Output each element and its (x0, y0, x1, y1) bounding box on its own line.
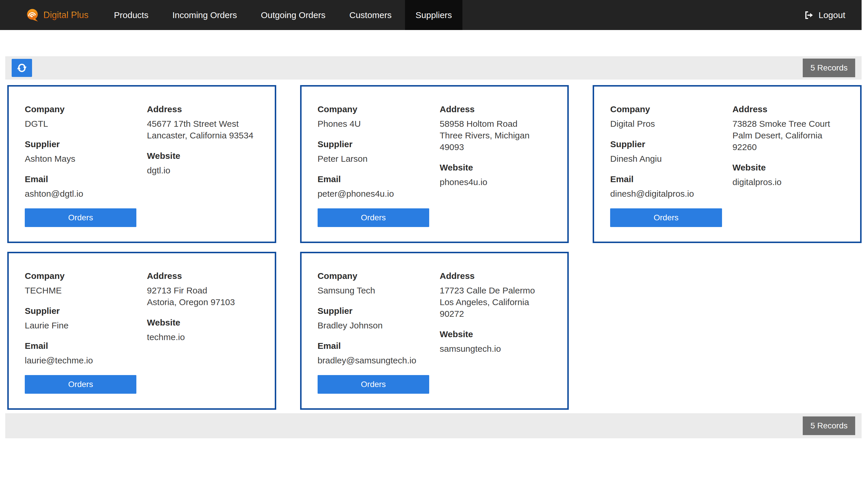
orders-button[interactable]: Orders (25, 375, 136, 394)
address-value: 45677 17th Street WestLancaster, Califor… (147, 118, 258, 141)
card-right-column: Address 73828 Smoke Tree CourtPalm Deser… (732, 104, 844, 227)
supplier-value: Ashton Mays (25, 153, 136, 165)
address-label: Address (732, 104, 844, 115)
website-label: Website (147, 150, 258, 162)
website-label: Website (732, 162, 844, 173)
orders-button[interactable]: Orders (318, 375, 429, 394)
supplier-card: Company Samsung Tech Supplier Bradley Jo… (300, 252, 569, 410)
logout-icon (804, 10, 814, 20)
address-label: Address (147, 104, 258, 115)
address-value: 92713 Fir RoadAstoria, Oregon 97103 (147, 285, 258, 308)
address-value: 17723 Calle De PalermoLos Angeles, Calif… (440, 285, 551, 320)
supplier-value: Laurie Fine (25, 320, 136, 331)
logout-label: Logout (819, 10, 845, 20)
supplier-value: Bradley Johnson (318, 320, 429, 331)
brand-name: Digital Plus (43, 10, 89, 20)
website-value: digitalpros.io (732, 176, 844, 188)
footer-bar: 5 Records (5, 413, 862, 438)
brand-logo-icon (26, 9, 40, 22)
company-label: Company (610, 104, 722, 115)
company-label: Company (25, 104, 136, 115)
nav-item-customers[interactable]: Customers (339, 0, 402, 30)
company-value: TECHME (25, 285, 136, 296)
records-badge-bottom: 5 Records (803, 416, 855, 435)
scrollbar[interactable] (862, 0, 868, 496)
company-value: DGTL (25, 118, 136, 130)
email-value: laurie@techme.io (25, 355, 136, 366)
address-line1: 17723 Calle De Palermo (440, 285, 535, 295)
nav-item-incoming-orders[interactable]: Incoming Orders (162, 0, 247, 30)
supplier-card: Company Phones 4U Supplier Peter Larson … (300, 85, 569, 243)
supplier-label: Supplier (318, 138, 429, 150)
page: Digital Plus ProductsIncoming OrdersOutg… (0, 0, 862, 438)
supplier-value: Dinesh Angiu (610, 153, 722, 165)
card-left-column: Company DGTL Supplier Ashton Mays Email … (25, 104, 136, 227)
supplier-card: Company Digital Pros Supplier Dinesh Ang… (593, 85, 862, 243)
email-label: Email (25, 340, 136, 352)
nav-item-products[interactable]: Products (104, 0, 159, 30)
address-line2: Palm Desert, California 92260 (732, 130, 822, 152)
email-value: peter@phones4u.io (318, 188, 429, 200)
supplier-grid: Company DGTL Supplier Ashton Mays Email … (7, 85, 862, 410)
company-value: Phones 4U (318, 118, 429, 130)
address-label: Address (440, 270, 551, 282)
email-label: Email (25, 173, 136, 185)
website-value: phones4u.io (440, 176, 551, 188)
address-line1: 92713 Fir Road (147, 285, 207, 295)
email-label: Email (318, 173, 429, 185)
supplier-label: Supplier (25, 138, 136, 150)
nav-item-suppliers[interactable]: Suppliers (405, 0, 462, 30)
card-right-column: Address 58958 Holtom RoadThree Rivers, M… (440, 104, 551, 227)
website-value: dgtl.io (147, 165, 258, 176)
supplier-label: Supplier (318, 305, 429, 317)
logout-button[interactable]: Logout (793, 0, 862, 30)
website-value: samsungtech.io (440, 343, 551, 355)
address-line2: Los Angeles, California 90272 (440, 297, 529, 319)
website-label: Website (440, 328, 551, 340)
refresh-icon (16, 62, 27, 74)
card-left-column: Company Phones 4U Supplier Peter Larson … (318, 104, 429, 227)
supplier-card: Company DGTL Supplier Ashton Mays Email … (7, 85, 276, 243)
website-label: Website (440, 162, 551, 173)
refresh-button[interactable] (12, 59, 32, 77)
address-line2: Three Rivers, Michigan 49093 (440, 130, 530, 152)
orders-button[interactable]: Orders (318, 208, 429, 227)
website-label: Website (147, 317, 258, 328)
email-label: Email (318, 340, 429, 352)
supplier-value: Peter Larson (318, 153, 429, 165)
nav-items: ProductsIncoming OrdersOutgoing OrdersCu… (102, 0, 464, 30)
company-label: Company (318, 104, 429, 115)
company-label: Company (318, 270, 429, 282)
card-right-column: Address 17723 Calle De PalermoLos Angele… (440, 270, 551, 394)
nav-item-outgoing-orders[interactable]: Outgoing Orders (250, 0, 336, 30)
toolbar: 5 Records (5, 56, 862, 80)
address-line1: 45677 17th Street West (147, 119, 239, 128)
card-left-column: Company Digital Pros Supplier Dinesh Ang… (610, 104, 722, 227)
company-label: Company (25, 270, 136, 282)
supplier-label: Supplier (25, 305, 136, 317)
website-value: techme.io (147, 331, 258, 343)
company-value: Digital Pros (610, 118, 722, 130)
email-label: Email (610, 173, 722, 185)
orders-button[interactable]: Orders (610, 208, 722, 227)
address-value: 73828 Smoke Tree CourtPalm Desert, Calif… (732, 118, 844, 153)
records-badge-top: 5 Records (803, 59, 855, 77)
address-label: Address (147, 270, 258, 282)
card-right-column: Address 92713 Fir RoadAstoria, Oregon 97… (147, 270, 258, 394)
address-label: Address (440, 104, 551, 115)
address-line1: 58958 Holtom Road (440, 119, 518, 128)
address-line2: Astoria, Oregon 97103 (147, 297, 235, 307)
company-value: Samsung Tech (318, 285, 429, 296)
card-left-column: Company TECHME Supplier Laurie Fine Emai… (25, 270, 136, 394)
orders-button[interactable]: Orders (25, 208, 136, 227)
email-value: bradley@samsungtech.io (318, 355, 429, 366)
navbar: Digital Plus ProductsIncoming OrdersOutg… (0, 0, 862, 30)
card-right-column: Address 45677 17th Street WestLancaster,… (147, 104, 258, 227)
card-left-column: Company Samsung Tech Supplier Bradley Jo… (318, 270, 429, 394)
address-line2: Lancaster, California 93534 (147, 130, 253, 140)
address-line1: 73828 Smoke Tree Court (732, 119, 830, 128)
brand[interactable]: Digital Plus (26, 0, 89, 30)
address-value: 58958 Holtom RoadThree Rivers, Michigan … (440, 118, 551, 153)
supplier-label: Supplier (610, 138, 722, 150)
email-value: dinesh@digitalpros.io (610, 188, 722, 200)
